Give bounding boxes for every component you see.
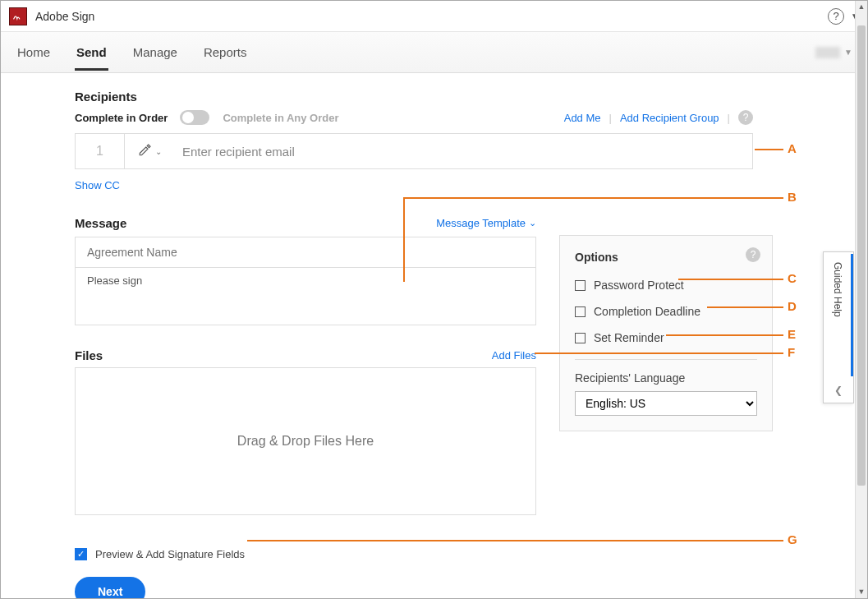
chevron-down-icon: ⌄ xyxy=(155,147,162,156)
main-nav: Home Send Manage Reports ▼ xyxy=(1,32,867,73)
next-button[interactable]: Next xyxy=(75,577,145,598)
scroll-up-arrow-icon[interactable]: ▲ xyxy=(856,1,867,13)
annotation-line xyxy=(535,352,783,354)
annotation-line xyxy=(755,149,783,150)
annotation-e: E xyxy=(788,327,796,341)
message-template-label: Message Template xyxy=(436,217,526,229)
password-protect-option[interactable]: Password Protect xyxy=(575,279,757,292)
annotation-a: A xyxy=(788,141,797,155)
chevron-down-icon: ⌄ xyxy=(529,218,536,228)
recipient-row: 1 ⌄ xyxy=(75,133,753,169)
complete-any-order-label: Complete in Any Order xyxy=(223,112,338,124)
tab-home[interactable]: Home xyxy=(16,34,52,71)
recipients-language-label: Recipients' Language xyxy=(575,371,757,385)
annotation-g: G xyxy=(788,532,797,546)
annotation-line xyxy=(247,540,783,541)
pen-icon xyxy=(138,142,153,160)
scroll-down-arrow-icon[interactable]: ▼ xyxy=(856,586,867,598)
chevron-down-icon: ▼ xyxy=(844,48,852,57)
annotation-line xyxy=(403,197,405,282)
annotation-b: B xyxy=(788,190,797,204)
complete-in-order-label: Complete in Order xyxy=(75,112,168,124)
show-cc-link[interactable]: Show CC xyxy=(75,179,773,191)
language-select[interactable]: English: US xyxy=(575,391,757,416)
recipient-order-number: 1 xyxy=(76,134,125,168)
annotation-line xyxy=(707,306,783,308)
recipient-email-input[interactable] xyxy=(174,134,752,168)
message-template-link[interactable]: Message Template ⌄ xyxy=(436,217,536,229)
checkbox-checked-icon[interactable]: ✓ xyxy=(75,548,87,560)
files-dropzone[interactable]: Drag & Drop Files Here xyxy=(75,367,536,515)
annotation-line xyxy=(403,197,783,199)
preview-signature-fields-option[interactable]: ✓ Preview & Add Signature Fields xyxy=(75,548,773,560)
options-panel: ? Options Password Protect Completion De… xyxy=(559,235,773,431)
message-heading: Message xyxy=(75,216,126,230)
divider xyxy=(575,359,757,360)
dropzone-label: Drag & Drop Files Here xyxy=(237,434,374,449)
tab-reports[interactable]: Reports xyxy=(202,34,249,71)
tab-send[interactable]: Send xyxy=(75,34,108,71)
separator: | xyxy=(609,112,612,124)
preview-label: Preview & Add Signature Fields xyxy=(95,548,245,560)
password-protect-label: Password Protect xyxy=(594,279,684,292)
order-toggle[interactable] xyxy=(180,110,209,125)
message-body-input[interactable]: Please sign xyxy=(76,268,535,319)
separator: | xyxy=(728,112,730,124)
options-help-icon[interactable]: ? xyxy=(746,247,760,262)
completion-deadline-label: Completion Deadline xyxy=(594,305,700,318)
add-files-link[interactable]: Add Files xyxy=(492,349,536,362)
user-menu[interactable]: ▼ xyxy=(815,47,852,58)
title-bar: Adobe Sign ? ▼ xyxy=(1,1,867,32)
recipient-role-selector[interactable]: ⌄ xyxy=(125,134,174,168)
user-name-blurred xyxy=(815,47,840,58)
options-heading: Options xyxy=(575,251,757,264)
checkbox-icon[interactable] xyxy=(575,280,586,291)
message-box: Please sign xyxy=(75,237,536,325)
tab-manage[interactable]: Manage xyxy=(131,34,179,71)
app-title: Adobe Sign xyxy=(35,10,828,23)
add-recipient-group-link[interactable]: Add Recipient Group xyxy=(620,112,719,124)
annotation-f: F xyxy=(788,345,795,359)
recipients-help-icon[interactable]: ? xyxy=(738,110,753,125)
annotation-line xyxy=(678,279,783,280)
adobe-sign-logo-icon xyxy=(9,7,27,25)
files-heading: Files xyxy=(75,348,103,362)
set-reminder-label: Set Reminder xyxy=(594,331,664,344)
recipients-heading: Recipients xyxy=(75,90,773,104)
agreement-name-input[interactable] xyxy=(76,237,535,268)
annotation-c: C xyxy=(788,271,797,285)
annotation-d: D xyxy=(788,299,797,313)
checkbox-icon[interactable] xyxy=(575,306,586,317)
vertical-scrollbar[interactable]: ▲ ▼ xyxy=(855,1,867,598)
help-icon[interactable]: ? xyxy=(828,8,844,25)
add-me-link[interactable]: Add Me xyxy=(564,112,601,124)
set-reminder-option[interactable]: Set Reminder xyxy=(575,331,757,344)
scrollbar-thumb[interactable] xyxy=(857,25,866,486)
content-area: Recipients Complete in Order Complete in… xyxy=(1,73,855,598)
checkbox-icon[interactable] xyxy=(575,333,586,343)
annotation-line xyxy=(666,334,783,336)
order-row: Complete in Order Complete in Any Order … xyxy=(75,110,753,125)
